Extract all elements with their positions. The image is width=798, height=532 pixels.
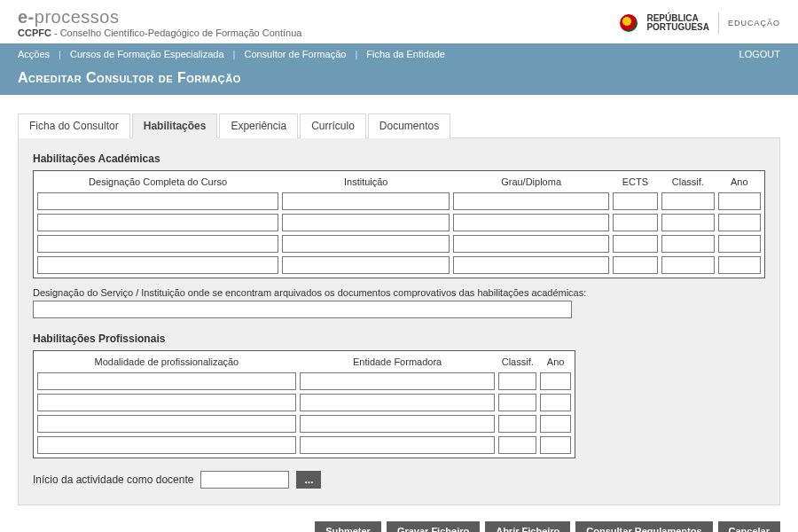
professional-cell-input[interactable] <box>37 436 296 454</box>
nav-cursos[interactable]: Cursos de Formação Especializada <box>70 49 224 59</box>
academic-col-header: Grau/Diploma <box>451 173 610 191</box>
professional-cell-input[interactable] <box>540 394 571 411</box>
tab-habilitacoes[interactable]: Habilitações <box>132 113 218 138</box>
archive-input[interactable] <box>33 301 572 318</box>
logout-link[interactable]: LOGOUT <box>739 49 780 59</box>
tab-experiencia[interactable]: Experiência <box>219 113 298 138</box>
academic-cell-input[interactable] <box>282 214 450 231</box>
academic-cell-input[interactable] <box>613 235 658 253</box>
academic-cell-input[interactable] <box>718 214 761 231</box>
academic-cell-input[interactable] <box>661 214 715 231</box>
professional-cell-input[interactable] <box>300 372 495 390</box>
save-file-button[interactable]: Gravar Ficheiro <box>387 521 480 532</box>
nav-sep: | <box>59 49 61 59</box>
professional-cell-input[interactable] <box>37 372 296 390</box>
professional-col-header: Modalidade de profissionalização <box>35 353 298 371</box>
open-file-button[interactable]: Abrir Ficheiro <box>485 521 570 532</box>
professional-cell-input[interactable] <box>37 415 296 433</box>
academic-col-header: ECTS <box>611 173 660 191</box>
country-line1: REPÚBLICA <box>646 14 709 23</box>
professional-cell-input[interactable] <box>540 436 571 454</box>
nav-ficha-entidade[interactable]: Ficha da Entidade <box>366 49 445 59</box>
academic-cell-input[interactable] <box>282 192 450 210</box>
cancel-button[interactable]: Cancelar <box>718 521 780 532</box>
academic-cell-input[interactable] <box>453 235 608 253</box>
academic-cell-input[interactable] <box>613 192 658 210</box>
section-title-professional: Habilitações Profissionais <box>33 332 765 345</box>
academic-col-header: Ano <box>716 173 763 191</box>
submit-button[interactable]: Submeter <box>315 521 381 532</box>
tabs: Ficha do Consultor Habilitações Experiên… <box>18 113 780 138</box>
professional-cell-input[interactable] <box>300 394 495 411</box>
professional-col-header: Classif. <box>497 353 538 371</box>
academic-cell-input[interactable] <box>282 235 450 253</box>
tab-panel: Habilitações Académicas Designação Compl… <box>18 138 780 505</box>
academic-cell-input[interactable] <box>37 192 278 210</box>
academic-cell-input[interactable] <box>718 192 761 210</box>
consult-regulations-button[interactable]: Consultar Regulamentos <box>575 521 712 532</box>
academic-cell-input[interactable] <box>661 192 715 210</box>
start-teaching-row: Início da actividade como docente ... <box>33 471 765 489</box>
academic-cell-input[interactable] <box>718 235 761 253</box>
org-line: CCPFC - Conselho Científico-Pedagógico d… <box>18 27 301 38</box>
org-abbr: CCPFC <box>18 27 51 38</box>
date-picker-button[interactable]: ... <box>296 471 321 489</box>
content: Ficha do Consultor Habilitações Experiên… <box>0 95 798 514</box>
professional-row <box>35 392 573 413</box>
professional-row <box>35 371 573 392</box>
professional-col-header: Ano <box>538 353 573 371</box>
academic-table: Designação Completa do CursoInstituiçãoG… <box>33 170 765 278</box>
professional-cell-input[interactable] <box>37 394 296 411</box>
country-line2: PORTUGUESA <box>646 23 709 32</box>
professional-cell-input[interactable] <box>498 372 536 390</box>
academic-cell-input[interactable] <box>661 235 715 253</box>
tab-documentos[interactable]: Documentos <box>368 113 450 138</box>
org-full: - Conselho Científico-Pedagógico de Form… <box>51 27 302 38</box>
academic-cell-input[interactable] <box>661 256 715 274</box>
academic-cell-input[interactable] <box>718 256 761 274</box>
brand-prefix: e- <box>18 7 35 27</box>
ministry-label: EDUCAÇÃO <box>728 19 780 27</box>
main-nav: Acções | Cursos de Formação Especializad… <box>0 43 798 65</box>
tab-curriculo[interactable]: Currículo <box>300 113 366 138</box>
professional-cell-input[interactable] <box>498 436 536 454</box>
academic-cell-input[interactable] <box>613 256 658 274</box>
academic-cell-input[interactable] <box>37 235 278 253</box>
academic-row <box>35 212 763 233</box>
professional-cell-input[interactable] <box>300 436 495 454</box>
brand-block: e-processos CCPFC - Conselho Científico-… <box>18 7 301 38</box>
nav-accoes[interactable]: Acções <box>18 49 50 59</box>
academic-cell-input[interactable] <box>37 256 278 274</box>
academic-row <box>35 254 763 276</box>
professional-cell-input[interactable] <box>300 415 495 433</box>
academic-cell-input[interactable] <box>37 214 278 231</box>
nav-consultor[interactable]: Consultor de Formação <box>244 49 346 59</box>
vertical-divider <box>718 12 719 34</box>
academic-row <box>35 191 763 212</box>
academic-cell-input[interactable] <box>453 192 608 210</box>
start-teaching-label: Início da actividade como docente <box>33 473 193 486</box>
academic-row <box>35 233 763 254</box>
professional-cell-input[interactable] <box>498 415 536 433</box>
professional-cell-input[interactable] <box>540 415 571 433</box>
brand: e-processos <box>18 7 301 27</box>
professional-row <box>35 434 573 456</box>
professional-row <box>35 413 573 434</box>
academic-col-header: Classif. <box>660 173 716 191</box>
academic-cell-input[interactable] <box>282 256 450 274</box>
page-title: Acreditar Consultor de Formação <box>0 65 798 95</box>
professional-cell-input[interactable] <box>498 394 536 411</box>
section-title-academic: Habilitações Académicas <box>33 153 765 165</box>
academic-cell-input[interactable] <box>453 256 608 274</box>
brand-main: processos <box>35 7 120 27</box>
academic-col-header: Designação Completa do Curso <box>35 173 280 191</box>
academic-cell-input[interactable] <box>613 214 658 231</box>
start-teaching-input[interactable] <box>200 471 289 489</box>
academic-cell-input[interactable] <box>453 214 608 231</box>
archive-label: Designação do Serviço / Instituição onde… <box>33 287 765 298</box>
professional-cell-input[interactable] <box>540 372 571 390</box>
portugal-emblem-icon <box>620 14 638 32</box>
professional-table: Modalidade de profissionalizaçãoEntidade… <box>33 350 575 458</box>
nav-links: Acções | Cursos de Formação Especializad… <box>18 49 445 59</box>
tab-ficha-consultor[interactable]: Ficha do Consultor <box>18 113 130 138</box>
